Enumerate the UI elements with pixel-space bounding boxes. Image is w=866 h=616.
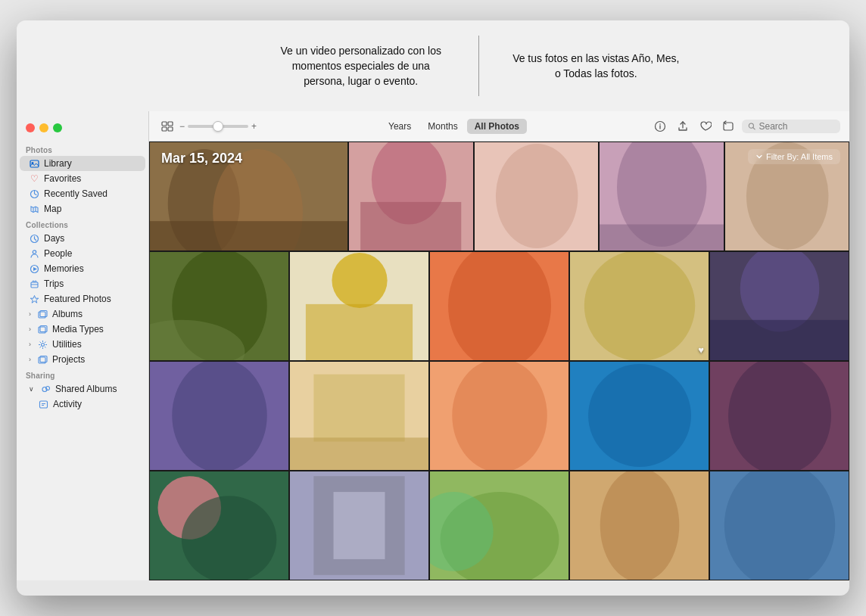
photo-cell[interactable] — [569, 471, 709, 580]
sidebar-item-trips[interactable]: Trips — [20, 276, 145, 291]
sidebar-item-featured-photos[interactable]: Featured Photos — [20, 291, 145, 306]
expand-icon-utilities: › — [29, 341, 31, 348]
search-box[interactable] — [742, 120, 840, 133]
svg-point-50 — [150, 320, 245, 360]
photo-cell[interactable]: ♥ — [569, 251, 709, 361]
media-types-icon — [37, 324, 48, 334]
sidebar-item-shared-albums[interactable]: ∨ Shared Albums — [20, 381, 145, 397]
svg-point-39 — [372, 142, 447, 224]
photo-cell[interactable] — [569, 361, 709, 471]
photo-cell[interactable] — [474, 142, 599, 251]
favorite-button[interactable] — [696, 117, 715, 135]
photo-cell[interactable] — [289, 251, 429, 361]
sidebar-item-days[interactable]: Days — [20, 231, 145, 246]
photo-cell[interactable] — [599, 142, 724, 251]
years-button[interactable]: Years — [381, 119, 419, 134]
svg-point-62 — [172, 362, 266, 470]
info-button[interactable] — [651, 117, 669, 135]
svg-point-44 — [617, 142, 706, 247]
minimize-button[interactable] — [39, 123, 48, 132]
photo-cell[interactable] — [149, 471, 289, 580]
sidebar-item-projects[interactable]: › Projects — [20, 352, 145, 367]
svg-point-52 — [332, 253, 387, 308]
photo-cell[interactable] — [709, 251, 849, 361]
photo-cell[interactable] — [429, 471, 569, 580]
sidebar-item-favorites[interactable]: ♡ Favorites — [20, 171, 145, 186]
maximize-button[interactable] — [53, 123, 62, 132]
svg-rect-68 — [570, 362, 709, 470]
sidebar-label-favorites: Favorites — [44, 173, 81, 184]
sidebar-label-library: Library — [44, 158, 72, 169]
traffic-lights — [17, 117, 148, 142]
photo-cell[interactable] — [289, 361, 429, 471]
svg-point-57 — [584, 252, 695, 360]
trips-icon — [29, 278, 39, 289]
svg-rect-56 — [570, 252, 709, 360]
photos-section-label: Photos — [17, 142, 148, 156]
svg-rect-63 — [290, 362, 428, 470]
photo-cell[interactable] — [149, 361, 289, 471]
sidebar-item-albums[interactable]: › Albums — [20, 306, 145, 322]
zoom-minus[interactable]: − — [179, 121, 185, 132]
sidebar-item-memories[interactable]: Memories — [20, 261, 145, 276]
svg-point-71 — [728, 362, 831, 470]
close-button[interactable] — [26, 123, 35, 132]
svg-point-73 — [157, 476, 221, 540]
toolbar-center: Years Months All Photos — [263, 119, 645, 134]
photo-cell[interactable] — [709, 361, 849, 471]
filter-button[interactable]: Filter By: All Items — [748, 149, 840, 164]
photo-cell[interactable] — [289, 471, 429, 580]
svg-rect-21 — [39, 401, 47, 408]
collections-section-label: Collections — [17, 216, 148, 231]
photo-cell[interactable] — [149, 251, 289, 361]
days-icon — [29, 233, 39, 244]
sidebar-item-map[interactable]: Map — [20, 201, 145, 216]
chevron-down-icon — [755, 153, 763, 160]
svg-point-82 — [600, 471, 680, 580]
svg-rect-38 — [349, 142, 472, 250]
svg-line-33 — [753, 127, 755, 129]
svg-rect-45 — [600, 224, 723, 250]
memories-icon — [29, 263, 39, 274]
photo-cell[interactable] — [429, 251, 569, 361]
layout-toggle-button[interactable] — [158, 117, 176, 135]
all-photos-button[interactable]: All Photos — [467, 119, 527, 134]
zoom-plus[interactable]: + — [251, 121, 257, 132]
sidebar-item-activity[interactable]: Activity — [20, 397, 145, 412]
sidebar-item-recently-saved[interactable]: Recently Saved — [20, 186, 145, 201]
sidebar-label-activity: Activity — [53, 399, 82, 409]
svg-point-55 — [448, 252, 551, 360]
zoom-slider[interactable]: − + — [179, 121, 257, 132]
photo-cell[interactable] — [348, 142, 473, 251]
sidebar-label-utilities: Utilities — [52, 339, 82, 350]
photo-row — [149, 142, 849, 251]
svg-rect-75 — [290, 471, 428, 580]
sidebar-label-albums: Albums — [52, 309, 83, 319]
sidebar-item-media-types[interactable]: › Media Types — [20, 322, 145, 337]
search-input[interactable] — [759, 121, 834, 132]
svg-rect-41 — [475, 142, 598, 250]
months-button[interactable]: Months — [420, 119, 465, 134]
svg-rect-76 — [313, 476, 404, 575]
sidebar-label-featured: Featured Photos — [44, 294, 111, 304]
sidebar-item-utilities[interactable]: › Utilities — [20, 337, 145, 352]
share-button[interactable] — [674, 117, 692, 135]
photo-cell[interactable] — [429, 361, 569, 471]
search-icon — [748, 122, 755, 131]
svg-rect-61 — [150, 362, 288, 470]
svg-rect-54 — [430, 252, 569, 360]
heart-icon: ♡ — [29, 173, 39, 184]
people-icon — [29, 248, 39, 259]
sidebar-item-people[interactable]: People — [20, 246, 145, 261]
rotate-button[interactable] — [719, 117, 737, 135]
library-icon — [29, 158, 39, 169]
svg-point-42 — [496, 144, 578, 248]
svg-point-59 — [740, 252, 820, 331]
sidebar-label-shared-albums: Shared Albums — [55, 384, 117, 394]
sidebar-item-library[interactable]: Library — [20, 156, 145, 171]
sharing-section-label: Sharing — [17, 367, 148, 381]
svg-rect-66 — [430, 362, 569, 470]
toolbar-left: − + — [158, 117, 257, 135]
photo-cell[interactable] — [709, 471, 849, 580]
activity-icon — [38, 399, 48, 409]
